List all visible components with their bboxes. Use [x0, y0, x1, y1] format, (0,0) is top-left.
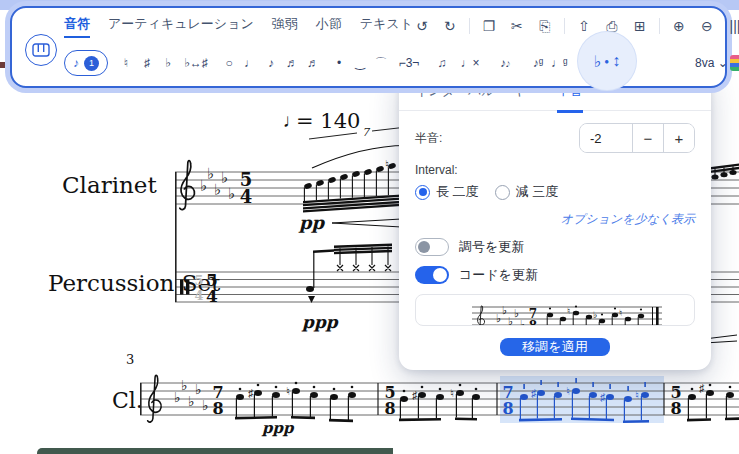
augmentation-dot-icon[interactable]: • — [331, 56, 347, 70]
svg-text:♭: ♭ — [508, 315, 513, 326]
transpose-popup: インターバル キー 半音 半音: − + Interval: 長 二度 減 三度… — [399, 70, 711, 370]
color-palette-icon[interactable] — [730, 55, 739, 71]
transpose-flat-glyph: ♭ — [594, 52, 602, 71]
piano-panel-button[interactable] — [25, 34, 57, 66]
svg-text:4: 4 — [206, 286, 218, 306]
beam-icon[interactable]: ♫ — [434, 56, 450, 70]
semitone-input[interactable] — [580, 124, 632, 152]
update-chords-toggle[interactable] — [415, 266, 449, 284]
sharp-icon[interactable]: ♯ — [139, 56, 155, 70]
time-signature-5-8[interactable]: 5 8 — [384, 383, 395, 418]
svg-text:♭: ♭ — [195, 381, 202, 397]
tempo-marking[interactable]: ♩ = 140 — [283, 109, 360, 133]
update-key-signature-toggle[interactable] — [415, 238, 449, 256]
svg-text:8: 8 — [212, 399, 223, 418]
measure-3-notes[interactable]: ♯ ♮ — [235, 382, 356, 423]
svg-text:♭: ♭ — [202, 397, 209, 413]
redo-icon[interactable]: ↻ — [441, 18, 459, 34]
slur-icon[interactable]: ⌒ — [373, 55, 389, 72]
transposition-preview: ♭♭ ♭♭ ♭ 7 8 — [415, 294, 695, 326]
svg-text:♯: ♯ — [531, 387, 537, 399]
radio-major-second[interactable]: 長 二度 — [415, 183, 479, 201]
svg-text:8: 8 — [502, 399, 513, 418]
background-window-edge — [37, 448, 393, 454]
update-key-signature-row: 調号を更新 — [415, 238, 695, 256]
whole-note-icon[interactable]: ○ — [221, 56, 237, 70]
undo-icon[interactable]: ↺ — [413, 18, 431, 34]
decrement-button[interactable]: − — [632, 124, 663, 152]
svg-text:♭: ♭ — [496, 312, 501, 324]
app-window: Clarinet Percussion Set ♭♭ ♭♭ ♭ 5 4 ♩ = … — [0, 0, 739, 454]
time-signature-percussion[interactable]: 5 4 — [206, 270, 218, 306]
time-signature-5-4[interactable]: 5 4 — [240, 169, 253, 207]
dynamic-ppp-percussion[interactable]: ppp — [301, 312, 339, 332]
preview-score: ♭♭ ♭♭ ♭ 7 8 — [416, 295, 694, 326]
measure-4-notes[interactable]: ♯ ♮ — [399, 384, 480, 422]
copy-icon[interactable]: ❐ — [480, 18, 498, 34]
tab-dynamics[interactable]: 強弱 — [272, 15, 298, 38]
radio-diminished-third[interactable]: 減 三度 — [495, 183, 559, 201]
clarinet-run-continued — [711, 163, 739, 179]
increment-button[interactable]: + — [663, 124, 694, 152]
action-icons: ↺ ↻ ❐ ✂ ⎘ ⇧ ⎙ ⊞ ⊕ ⊖ ||| ♪ ⌨ — [413, 18, 739, 35]
tab-measures[interactable]: 小節 — [316, 15, 342, 38]
update-chords-row: コードを更新 — [415, 266, 695, 284]
semitone-label: 半音: — [415, 130, 442, 147]
half-note-icon[interactable]: ♩ — [242, 56, 258, 70]
svg-text:♭: ♭ — [502, 304, 507, 316]
instrument-label-cl[interactable]: Cl. — [112, 388, 143, 413]
note-input-icon: ♪ — [73, 56, 79, 70]
tremolo-icon[interactable]: ♪𝆕 — [490, 56, 520, 70]
svg-text:♮: ♮ — [286, 385, 290, 397]
svg-text:♮: ♮ — [385, 158, 389, 170]
tie-icon[interactable]: ‿ — [352, 56, 368, 70]
palette-tabs: 音符 アーティキュレーション 強弱 小節 テキスト — [64, 15, 413, 38]
dynamic-ppp-cl[interactable]: ppp — [261, 419, 295, 437]
key-signature-cl[interactable]: ♭♭ ♭♭ ♭ — [174, 377, 209, 413]
zoom-out-icon[interactable]: ⊖ — [698, 18, 716, 34]
svg-text:5: 5 — [194, 273, 203, 288]
eighth-note-icon[interactable]: ♪ — [263, 56, 279, 70]
layout-icon[interactable]: ⊞ — [631, 18, 649, 34]
svg-text:8: 8 — [384, 399, 395, 418]
respell-accidental-icon[interactable]: ♭↔♯ — [181, 56, 211, 70]
svg-text:♭: ♭ — [593, 310, 597, 320]
interval-label: Interval: — [415, 163, 695, 177]
tuplet-icon[interactable]: ⌐3¬ — [394, 56, 424, 70]
paste-icon[interactable]: ⎘ — [536, 18, 554, 35]
natural-icon[interactable]: ♮ — [118, 56, 134, 70]
page-view-icon[interactable]: ||| — [726, 18, 739, 34]
grace-note-2-icon[interactable]: ♩ᵍ — [551, 56, 567, 70]
time-signature-7-8[interactable]: 7 8 — [212, 383, 223, 418]
svg-text:♭: ♭ — [228, 185, 235, 202]
svg-text:♭: ♭ — [188, 393, 195, 409]
svg-text:= 140: = 140 — [296, 109, 360, 133]
tab-articulation[interactable]: アーティキュレーション — [108, 15, 254, 38]
grace-note-icon[interactable]: ♪ᵍ — [530, 56, 546, 70]
transpose-arrows-glyph: ↕ — [612, 52, 620, 70]
unbeam-icon[interactable]: ♩× — [455, 56, 485, 70]
svg-text:♭: ♭ — [520, 318, 525, 326]
apply-transposition-button[interactable]: 移調を適用 — [500, 338, 609, 356]
sixteenth-note-icon[interactable]: ♬ — [284, 56, 300, 70]
dynamic-pp[interactable]: pp — [298, 212, 326, 233]
thirtysecond-note-icon[interactable]: ♬ — [305, 56, 321, 70]
flat-icon[interactable]: ♭ — [160, 56, 176, 70]
note-input-mode-button[interactable]: ♪ 1 — [64, 50, 108, 76]
time-signature-ghost: 5 4 — [194, 273, 203, 303]
svg-text:♯: ♯ — [412, 389, 418, 401]
treble-clef[interactable] — [180, 161, 195, 210]
share-icon[interactable]: ⇧ — [575, 18, 593, 34]
transpose-dot-glyph: ● — [604, 57, 609, 66]
tab-text[interactable]: テキスト — [360, 15, 413, 38]
transpose-tool-button[interactable]: ♭ ● ↕ — [578, 32, 636, 90]
cut-icon[interactable]: ✂ — [508, 18, 526, 34]
instrument-label-clarinet[interactable]: Clarinet — [62, 172, 157, 198]
octave-dropdown[interactable]: 8va ⌄ — [695, 56, 725, 70]
zoom-in-icon[interactable]: ⊕ — [670, 18, 688, 34]
show-fewer-options-link[interactable]: オプションを少なく表示 — [561, 211, 695, 228]
piano-icon — [32, 43, 50, 57]
radio-major-second-label: 長 二度 — [436, 183, 479, 201]
svg-text:♯: ♯ — [699, 382, 705, 394]
tab-notes[interactable]: 音符 — [64, 15, 90, 38]
